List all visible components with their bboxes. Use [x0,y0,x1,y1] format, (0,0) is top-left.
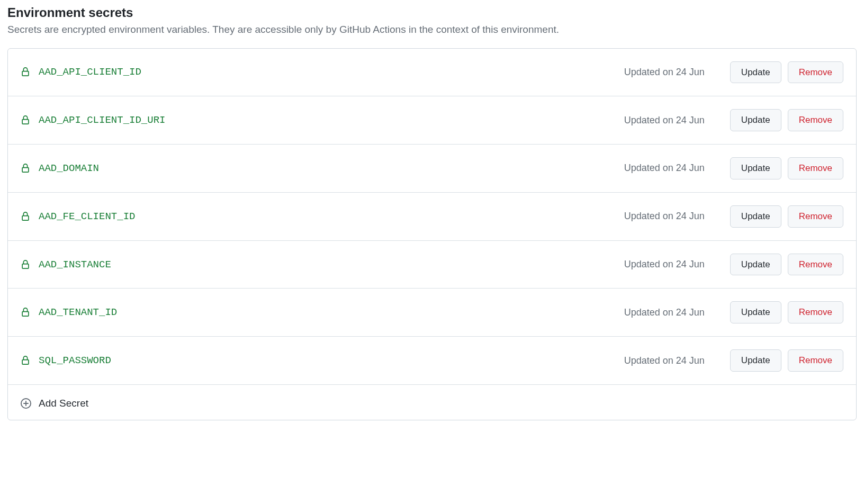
secret-name: AAD_INSTANCE [39,259,111,271]
secret-row: AAD_TENANT_ID Updated on 24 Jun Update R… [8,289,856,337]
lock-icon [21,307,30,318]
secret-updated: Updated on 24 Jun [624,163,705,174]
secret-updated: Updated on 24 Jun [624,115,705,126]
secret-row: AAD_DOMAIN Updated on 24 Jun Update Remo… [8,145,856,193]
remove-button[interactable]: Remove [788,109,843,131]
secret-name: AAD_TENANT_ID [39,307,117,318]
secret-name-wrap: SQL_PASSWORD [21,355,624,366]
section-header: Environment secrets Secrets are encrypte… [7,5,857,38]
secret-row: AAD_INSTANCE Updated on 24 Jun Update Re… [8,241,856,289]
secret-updated: Updated on 24 Jun [624,355,705,366]
secret-updated: Updated on 24 Jun [624,307,705,318]
lock-icon [21,163,30,174]
secret-actions: Update Remove [730,157,843,179]
secret-name: AAD_FE_CLIENT_ID [39,211,135,222]
update-button[interactable]: Update [730,61,781,84]
secret-actions: Update Remove [730,349,843,372]
secret-name-wrap: AAD_API_CLIENT_ID [21,66,624,78]
remove-button[interactable]: Remove [788,157,843,179]
secret-updated: Updated on 24 Jun [624,259,705,270]
secret-row: AAD_FE_CLIENT_ID Updated on 24 Jun Updat… [8,193,856,241]
secret-actions: Update Remove [730,205,843,228]
secret-row: SQL_PASSWORD Updated on 24 Jun Update Re… [8,337,856,385]
add-secret-button[interactable]: Add Secret [8,385,856,420]
secret-name: SQL_PASSWORD [39,355,111,366]
secret-actions: Update Remove [730,109,843,131]
remove-button[interactable]: Remove [788,205,843,228]
section-description: Secrets are encrypted environment variab… [7,22,857,38]
remove-button[interactable]: Remove [788,61,843,84]
secret-name-wrap: AAD_FE_CLIENT_ID [21,211,624,222]
secret-name-wrap: AAD_API_CLIENT_ID_URI [21,114,624,126]
update-button[interactable]: Update [730,254,781,276]
secret-name: AAD_DOMAIN [39,163,99,174]
secret-actions: Update Remove [730,61,843,84]
section-title: Environment secrets [7,5,857,20]
update-button[interactable]: Update [730,349,781,372]
update-button[interactable]: Update [730,301,781,323]
plus-circle-icon [21,398,31,409]
secret-updated: Updated on 24 Jun [624,67,705,78]
remove-button[interactable]: Remove [788,254,843,276]
lock-icon [21,211,30,222]
secret-actions: Update Remove [730,254,843,276]
secret-name-wrap: AAD_DOMAIN [21,163,624,174]
secret-row: AAD_API_CLIENT_ID_URI Updated on 24 Jun … [8,96,856,145]
lock-icon [21,115,30,125]
secret-name-wrap: AAD_INSTANCE [21,259,624,271]
secret-actions: Update Remove [730,301,843,323]
secret-name-wrap: AAD_TENANT_ID [21,307,624,318]
lock-icon [21,355,30,366]
remove-button[interactable]: Remove [788,301,843,323]
remove-button[interactable]: Remove [788,349,843,372]
secret-row: AAD_API_CLIENT_ID Updated on 24 Jun Upda… [8,49,856,97]
lock-icon [21,67,30,77]
secret-name: AAD_API_CLIENT_ID_URI [39,114,165,126]
lock-icon [21,259,30,270]
add-secret-label: Add Secret [39,398,88,409]
secret-updated: Updated on 24 Jun [624,211,705,222]
secret-name: AAD_API_CLIENT_ID [39,66,141,78]
update-button[interactable]: Update [730,109,781,131]
update-button[interactable]: Update [730,157,781,179]
update-button[interactable]: Update [730,205,781,228]
secrets-list: AAD_API_CLIENT_ID Updated on 24 Jun Upda… [7,48,857,421]
